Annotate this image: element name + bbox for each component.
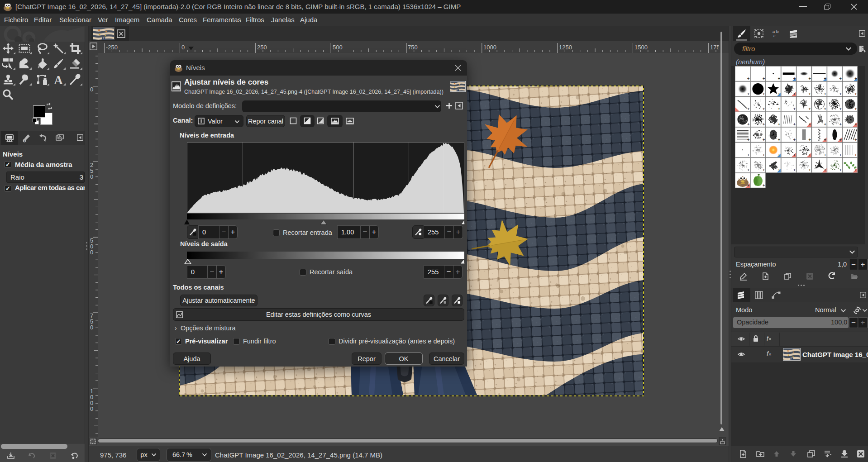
svg-text:+: + <box>854 153 857 157</box>
svg-text:i: i <box>24 139 25 143</box>
svg-text:+: + <box>778 168 780 172</box>
svg-text:+: + <box>839 76 841 81</box>
svg-text:1000: 1000 <box>483 44 496 51</box>
svg-text:+: + <box>793 107 796 111</box>
svg-text:+: + <box>747 92 749 96</box>
svg-text:+: + <box>763 76 765 81</box>
svg-text:1750: 1750 <box>710 44 719 51</box>
svg-text:+: + <box>809 138 811 142</box>
svg-text:+: + <box>854 122 857 127</box>
svg-text:+: + <box>763 168 765 172</box>
svg-text:+: + <box>824 92 826 96</box>
svg-text:+: + <box>809 76 811 81</box>
svg-text:A: A <box>54 74 63 86</box>
svg-text:250: 250 <box>257 44 267 51</box>
svg-text:+: + <box>763 107 765 111</box>
svg-text:0: 0 <box>90 405 93 412</box>
svg-text:0: 0 <box>90 249 93 256</box>
svg-text:+: + <box>778 122 780 127</box>
svg-text:+: + <box>747 153 749 157</box>
svg-text:+: + <box>747 122 749 127</box>
svg-text:+: + <box>778 76 780 81</box>
svg-text:1250: 1250 <box>559 44 572 51</box>
svg-text:+: + <box>793 168 796 172</box>
svg-text:b: b <box>776 29 779 34</box>
svg-text:+: + <box>854 168 857 172</box>
svg-text:+: + <box>793 76 796 81</box>
svg-text:+: + <box>824 122 826 127</box>
svg-text:+: + <box>793 153 796 157</box>
svg-text:+: + <box>809 122 811 127</box>
svg-text:0: 0 <box>181 44 185 51</box>
svg-text:+: + <box>793 92 796 96</box>
svg-text:+: + <box>793 138 796 142</box>
svg-text:+: + <box>809 168 811 172</box>
svg-text:+: + <box>778 138 780 142</box>
svg-text:-250: -250 <box>106 44 118 51</box>
svg-text:+: + <box>839 107 841 111</box>
svg-text:+: + <box>763 122 765 127</box>
svg-text:+: + <box>839 153 841 157</box>
svg-text:750: 750 <box>408 44 418 51</box>
svg-text:+: + <box>854 76 857 81</box>
svg-text:+: + <box>763 138 765 142</box>
svg-text:1500: 1500 <box>634 44 648 51</box>
svg-text:+: + <box>824 153 826 157</box>
svg-text:+: + <box>778 92 780 96</box>
svg-text:+: + <box>763 153 765 157</box>
svg-text:+: + <box>747 183 749 188</box>
svg-text:+: + <box>809 153 811 157</box>
svg-text:+: + <box>747 168 749 172</box>
svg-text:+: + <box>778 107 780 111</box>
svg-text:+: + <box>824 107 826 111</box>
svg-text:+: + <box>824 138 826 142</box>
svg-text:+: + <box>839 92 841 96</box>
svg-text:+: + <box>854 138 857 142</box>
svg-text:+: + <box>824 76 826 81</box>
svg-text:+: + <box>824 168 826 172</box>
svg-text:0: 0 <box>90 86 93 93</box>
svg-text:+: + <box>763 92 765 96</box>
svg-text:+: + <box>854 92 857 96</box>
svg-text:500: 500 <box>333 44 343 51</box>
svg-text:+: + <box>793 122 796 127</box>
svg-text:+: + <box>747 138 749 142</box>
svg-text:+: + <box>778 153 780 157</box>
svg-text:+: + <box>763 183 765 188</box>
svg-text:+: + <box>839 138 841 142</box>
svg-text:+: + <box>839 168 841 172</box>
svg-text:+: + <box>809 107 811 111</box>
svg-text:+: + <box>747 107 749 111</box>
svg-text:c: c <box>773 33 776 38</box>
svg-text:+: + <box>854 107 857 111</box>
svg-text:0: 0 <box>90 173 93 180</box>
svg-text:+: + <box>839 122 841 127</box>
svg-text:0: 0 <box>90 324 93 331</box>
svg-text:+: + <box>809 92 811 96</box>
svg-text:+: + <box>747 76 749 81</box>
